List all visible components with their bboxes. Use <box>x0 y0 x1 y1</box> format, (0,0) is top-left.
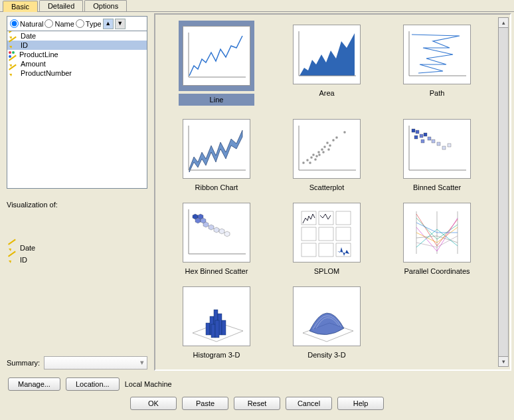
tab-detailed[interactable]: Detailed <box>39 0 83 11</box>
svg-rect-11 <box>307 159 308 161</box>
svg-rect-37 <box>442 146 446 150</box>
svg-rect-67 <box>206 323 210 335</box>
svg-rect-24 <box>315 159 316 160</box>
ok-button[interactable]: OK <box>130 397 177 410</box>
viz-item-label: ID <box>20 256 27 264</box>
help-button[interactable]: Help <box>337 397 384 410</box>
chart-label: Histogram 3-D <box>193 351 240 359</box>
svg-rect-55 <box>319 211 333 225</box>
radio-name-label: Name <box>54 20 74 28</box>
ruler-icon <box>8 244 17 252</box>
field-label: ProductLine <box>19 51 58 58</box>
svg-marker-49 <box>214 227 219 233</box>
field-list[interactable]: Date ID ProductLine Amount ProductNumber <box>7 31 147 189</box>
chart-path[interactable]: Path <box>385 23 489 110</box>
ruler-icon <box>8 256 17 264</box>
field-label: Date <box>21 32 36 40</box>
location-button[interactable]: Location... <box>66 377 120 391</box>
chart-hex-binned[interactable]: Hex Binned Scatter <box>165 201 268 278</box>
radio-natural-label: Natural <box>20 20 43 28</box>
chart-area[interactable]: Area <box>275 23 379 110</box>
chart-line[interactable]: Line <box>165 23 268 110</box>
svg-rect-36 <box>437 142 440 146</box>
svg-rect-26 <box>323 152 324 153</box>
viz-item-id[interactable]: ID <box>7 254 147 266</box>
svg-rect-33 <box>424 133 427 136</box>
svg-rect-32 <box>420 134 423 138</box>
svg-rect-35 <box>432 140 435 143</box>
chart-ribbon[interactable]: Ribbon Chart <box>165 117 268 194</box>
svg-rect-62 <box>336 243 351 257</box>
svg-rect-61 <box>319 243 333 257</box>
cancel-button[interactable]: Cancel <box>286 397 332 410</box>
svg-rect-22 <box>344 132 345 133</box>
svg-rect-16 <box>321 149 323 150</box>
svg-rect-15 <box>318 152 319 153</box>
svg-rect-30 <box>412 129 415 132</box>
field-item-amount[interactable]: Amount <box>7 59 147 68</box>
field-label: Amount <box>21 60 46 68</box>
summary-select[interactable] <box>44 356 147 369</box>
action-row: OK Paste Reset Cancel Help <box>0 395 514 415</box>
scrollbar[interactable] <box>498 17 509 367</box>
ruler-icon <box>9 41 18 49</box>
radio-type[interactable]: Type <box>76 19 102 28</box>
radio-natural[interactable]: Natural <box>10 19 43 28</box>
svg-rect-13 <box>313 154 314 156</box>
chart-binned-scatter[interactable]: Binned Scatter <box>385 117 489 194</box>
tab-options[interactable]: Options <box>84 0 127 11</box>
svg-rect-31 <box>416 130 419 134</box>
bottom-bar: Manage... Location... Local Machine <box>0 373 514 395</box>
visualization-of-section: Visualization of: Date ID <box>7 189 147 266</box>
chart-label: Ribbon Chart <box>195 183 238 191</box>
viz-item-date[interactable]: Date <box>7 242 147 254</box>
paste-button[interactable]: Paste <box>182 397 228 410</box>
sort-row: Natural Name Type ▲ ▼ <box>7 16 147 31</box>
chart-parallel[interactable]: Parallel Coordinates <box>385 201 489 278</box>
sort-desc-button[interactable]: ▼ <box>115 19 126 29</box>
chart-label: Parallel Coordinates <box>404 267 470 275</box>
svg-rect-34 <box>428 137 431 140</box>
summary-row: Summary: <box>7 356 147 369</box>
svg-marker-2 <box>300 33 355 76</box>
svg-rect-17 <box>324 146 325 148</box>
chart-histogram-3d[interactable]: Histogram 3-D <box>165 284 268 362</box>
field-item-productline[interactable]: ProductLine <box>7 50 147 59</box>
field-item-id[interactable]: ID <box>7 41 147 50</box>
svg-rect-72 <box>211 324 215 338</box>
svg-rect-39 <box>414 136 418 139</box>
reset-button[interactable]: Reset <box>234 397 280 410</box>
visualization-of-label: Visualization of: <box>7 201 147 209</box>
field-item-date[interactable]: Date <box>7 31 147 41</box>
svg-marker-50 <box>219 229 224 234</box>
manage-button[interactable]: Manage... <box>8 377 60 391</box>
svg-rect-73 <box>215 320 219 338</box>
chart-density-3d[interactable]: Density 3-D <box>275 284 379 362</box>
sort-asc-button[interactable]: ▲ <box>103 19 114 29</box>
svg-rect-10 <box>303 162 304 163</box>
field-label: ID <box>21 41 28 49</box>
svg-rect-25 <box>319 154 320 156</box>
svg-marker-48 <box>209 225 214 230</box>
svg-rect-27 <box>328 149 329 150</box>
svg-marker-51 <box>224 231 230 237</box>
svg-rect-56 <box>336 211 351 225</box>
chart-label: SPLOM <box>314 267 340 275</box>
radio-name[interactable]: Name <box>44 19 74 28</box>
summary-label: Summary: <box>7 359 40 367</box>
svg-rect-59 <box>336 227 351 241</box>
svg-rect-18 <box>327 142 328 144</box>
field-item-productnumber[interactable]: ProductNumber <box>7 68 147 78</box>
chart-label: Binned Scatter <box>413 183 461 191</box>
svg-marker-7 <box>189 130 242 172</box>
tab-basic[interactable]: Basic <box>3 1 38 12</box>
chart-splom[interactable]: SPLOM <box>275 201 379 278</box>
svg-rect-54 <box>301 211 316 225</box>
svg-rect-40 <box>421 140 424 143</box>
chart-label: Line <box>179 94 254 106</box>
chart-scatter[interactable]: Scatterplot <box>275 117 379 194</box>
svg-rect-71 <box>222 320 226 335</box>
ruler-icon <box>9 69 18 77</box>
chart-label: Hex Binned Scatter <box>185 267 248 275</box>
svg-rect-12 <box>311 157 312 158</box>
